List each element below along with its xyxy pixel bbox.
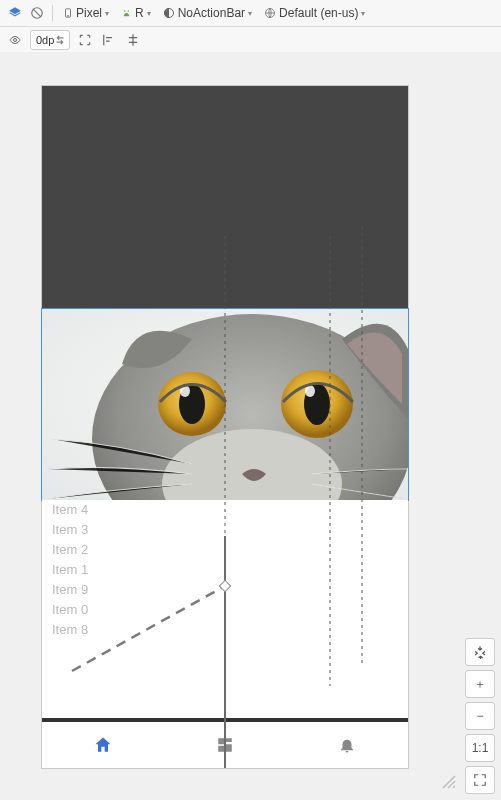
theme-selector[interactable]: NoActionBar ▾ xyxy=(159,3,256,23)
nav-notifications-button[interactable] xyxy=(286,722,408,768)
list-item[interactable]: Item 8 xyxy=(42,620,408,640)
zoom-reset-button[interactable]: 1:1 xyxy=(465,734,495,762)
layers-icon[interactable] xyxy=(6,4,24,22)
device-selector[interactable]: Pixel ▾ xyxy=(59,3,113,23)
restrictions-icon[interactable] xyxy=(28,4,46,22)
main-toolbar: Pixel ▾ R ▾ NoActionBar ▾ Default (en-us… xyxy=(0,0,501,27)
zoom-fit-button[interactable] xyxy=(465,766,495,794)
chevron-down-icon: ▾ xyxy=(105,9,109,18)
cat-image xyxy=(42,309,408,500)
device-preview[interactable]: Item 4 Item 3 Item 2 Item 1 Item 9 Item … xyxy=(42,86,408,768)
locale-selector[interactable]: Default (en-us) ▾ xyxy=(260,3,369,23)
list-item[interactable]: Item 0 xyxy=(42,600,408,620)
zoom-controls: ＋ − 1:1 xyxy=(465,638,495,794)
image-view[interactable] xyxy=(42,309,408,500)
zoom-in-button[interactable]: ＋ xyxy=(465,670,495,698)
pan-button[interactable] xyxy=(465,638,495,666)
list-item[interactable]: Item 3 xyxy=(42,520,408,540)
design-canvas[interactable]: Item 4 Item 3 Item 2 Item 1 Item 9 Item … xyxy=(0,52,501,800)
list-item[interactable]: Item 2 xyxy=(42,540,408,560)
list-item[interactable]: Item 1 xyxy=(42,560,408,580)
resize-grip-icon xyxy=(439,772,457,790)
list-item[interactable]: Item 4 xyxy=(42,500,408,520)
nav-home-button[interactable] xyxy=(42,722,164,768)
theme-name: NoActionBar xyxy=(178,6,245,20)
bottom-navigation xyxy=(42,718,408,768)
chevron-down-icon: ▾ xyxy=(248,9,252,18)
margin-value: 0dp xyxy=(36,34,54,46)
list-view[interactable]: Item 4 Item 3 Item 2 Item 1 Item 9 Item … xyxy=(42,500,408,722)
api-selector[interactable]: R ▾ xyxy=(117,3,155,23)
nav-dashboard-button[interactable] xyxy=(164,722,286,768)
list-item[interactable]: Item 9 xyxy=(42,580,408,600)
zoom-out-button[interactable]: − xyxy=(465,702,495,730)
svg-point-2 xyxy=(68,16,69,17)
device-name: Pixel xyxy=(76,6,102,20)
margin-input[interactable]: 0dp xyxy=(30,30,70,50)
guideline-icon[interactable] xyxy=(124,31,142,49)
default-margins-icon[interactable] xyxy=(76,31,94,49)
chevron-down-icon: ▾ xyxy=(147,9,151,18)
chevron-down-icon: ▾ xyxy=(361,9,365,18)
svg-point-5 xyxy=(14,39,17,42)
align-icon[interactable] xyxy=(100,31,118,49)
view-options-bar: 0dp xyxy=(0,27,501,54)
locale-name: Default (en-us) xyxy=(279,6,358,20)
visibility-icon[interactable] xyxy=(6,31,24,49)
api-level: R xyxy=(135,6,144,20)
svg-line-23 xyxy=(453,786,455,788)
